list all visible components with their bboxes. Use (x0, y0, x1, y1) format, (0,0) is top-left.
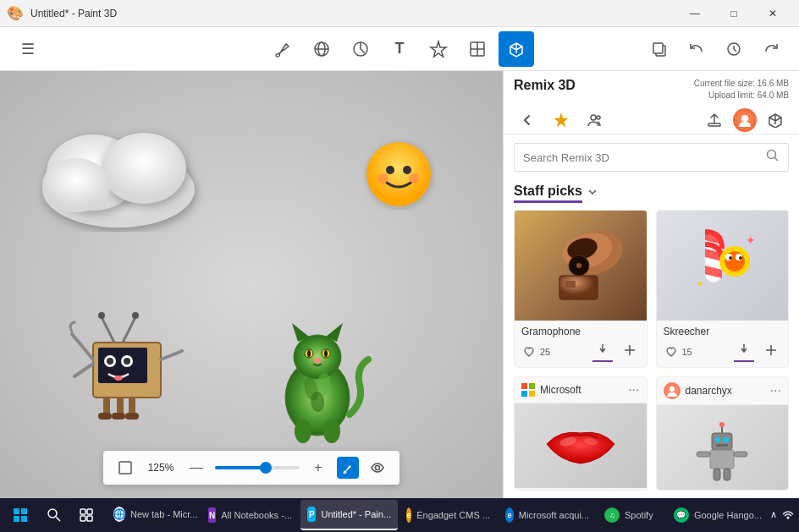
svg-rect-91 (710, 450, 734, 469)
browser-icon (113, 507, 125, 522)
svg-point-51 (295, 420, 311, 443)
skreecher-like-btn[interactable] (664, 344, 679, 359)
skreecher-item[interactable]: ✦ ✦ Skreecher 15 (656, 210, 790, 368)
zoom-minus-btn[interactable]: — (185, 456, 208, 480)
svg-point-77 (739, 256, 742, 260)
svg-rect-57 (708, 123, 720, 126)
back-button[interactable] (514, 107, 541, 134)
undo-icon (688, 41, 705, 58)
brushes-tool[interactable] (265, 31, 300, 67)
svg-rect-92 (697, 452, 710, 457)
tray-network[interactable] (782, 507, 794, 522)
task-view-icon (80, 508, 93, 522)
3d-shapes-icon (312, 40, 331, 58)
gramophone-download-btn[interactable] (592, 341, 613, 362)
microsoft-app[interactable]: e Microsoft acqui... (499, 500, 596, 530)
skreecher-download-btn[interactable] (734, 341, 754, 362)
profile-button[interactable] (731, 107, 758, 134)
maximize-button[interactable]: □ (714, 0, 753, 27)
cat-object (262, 313, 372, 452)
text-tool[interactable]: T (382, 31, 417, 67)
upload-button[interactable] (701, 107, 728, 134)
svg-rect-96 (14, 508, 19, 514)
search-taskbar-icon (47, 508, 61, 522)
history-button[interactable] (716, 31, 752, 67)
search-taskbar-btn[interactable] (42, 500, 73, 530)
svg-point-87 (724, 437, 729, 442)
brush-btn[interactable] (337, 457, 359, 479)
microsoft-collection[interactable]: Microsoft ··· (514, 376, 647, 491)
task-view-btn[interactable] (74, 500, 105, 530)
search-input[interactable] (523, 151, 766, 164)
svg-point-17 (378, 173, 388, 184)
remix3d-tool[interactable] (499, 31, 534, 67)
skreecher-add-btn[interactable] (761, 342, 781, 361)
taskbar-right: ∧ 2:58 AM 3/29/2017 (770, 504, 799, 526)
svg-rect-105 (87, 516, 92, 521)
toolbar: ☰ T (0, 27, 799, 71)
remix-nav-right (701, 107, 789, 134)
spotify-app[interactable]: ♫ Spotify (598, 500, 665, 530)
svg-point-58 (741, 115, 748, 122)
canvas-square-btn[interactable] (113, 456, 137, 480)
canvas-tool[interactable] (460, 31, 495, 67)
svg-text:✦: ✦ (697, 279, 703, 288)
svg-rect-53 (119, 462, 131, 474)
danarchyx-collection[interactable]: danarchyx ··· (656, 376, 790, 491)
danarchyx-menu-btn[interactable]: ··· (770, 383, 781, 398)
cloud-object (25, 113, 212, 232)
robot-tv-object (68, 292, 195, 447)
new-tab-app[interactable]: New tab - Micr... (107, 500, 200, 530)
microsoft-logo (521, 383, 535, 397)
canvas-area[interactable]: 125% — + (0, 71, 503, 498)
microsoft-menu-btn[interactable]: ··· (628, 382, 639, 398)
skreecher-thumb: ✦ ✦ (657, 211, 789, 321)
effects-tool[interactable] (421, 31, 456, 67)
gramophone-like-btn[interactable] (521, 344, 537, 359)
svg-point-59 (768, 151, 776, 159)
paint3d-app[interactable]: P Untitled* - Pain... (300, 500, 398, 530)
minimize-button[interactable]: — (675, 0, 714, 27)
gramophone-like-count: 25 (540, 347, 550, 357)
staff-picks-row: Gramophone 25 (514, 210, 789, 368)
eye-btn[interactable] (366, 456, 389, 480)
start-button[interactable] (7, 500, 41, 530)
gramophone-add-btn[interactable] (620, 342, 640, 361)
search-bar[interactable] (514, 143, 789, 172)
close-button[interactable]: ✕ (753, 0, 792, 27)
copy-button[interactable] (642, 31, 677, 67)
stickers-tool[interactable] (343, 31, 378, 67)
history-icon (725, 41, 742, 58)
zoom-slider[interactable] (215, 466, 300, 469)
my-models-button[interactable] (581, 107, 609, 134)
onenote-app[interactable]: N All Notebooks -... (201, 500, 299, 530)
svg-point-18 (409, 173, 419, 184)
windows-start-icon (14, 508, 27, 522)
3d-shapes-tool[interactable] (304, 31, 339, 67)
svg-point-40 (294, 335, 341, 379)
paint3d-label: Untitled* - Pain... (321, 509, 391, 519)
gramophone-item[interactable]: Gramophone 25 (514, 210, 647, 368)
zoom-plus-btn[interactable]: + (306, 456, 330, 480)
skreecher-right-actions (734, 341, 781, 362)
grid-container[interactable]: Gramophone 25 (504, 210, 799, 498)
engadget-app[interactable]: e Engadget CMS ... (400, 500, 497, 530)
collections-row: Microsoft ··· (514, 376, 789, 491)
remix-nav (514, 107, 789, 134)
svg-rect-30 (112, 413, 125, 420)
file-size-line: Current file size: 16.6 MB (694, 78, 789, 90)
sun-object (363, 139, 435, 214)
redo-button[interactable] (753, 31, 789, 67)
zoom-slider-thumb[interactable] (260, 462, 272, 474)
undo-button[interactable] (679, 31, 714, 67)
section-chevron[interactable] (587, 187, 598, 200)
tray-chevron[interactable]: ∧ (770, 509, 777, 520)
grid-view-button[interactable] (762, 107, 789, 134)
menu-button[interactable]: ☰ (10, 31, 46, 67)
title-bar-left: 🎨 Untitled* - Paint 3D (7, 5, 117, 21)
svg-point-22 (107, 358, 113, 365)
hangouts-app[interactable]: 💬 Google Hango... (667, 500, 769, 530)
main-layout: 125% — + Remix 3D Cu (0, 71, 799, 498)
featured-button[interactable] (548, 107, 575, 134)
canvas-icon (468, 40, 487, 58)
